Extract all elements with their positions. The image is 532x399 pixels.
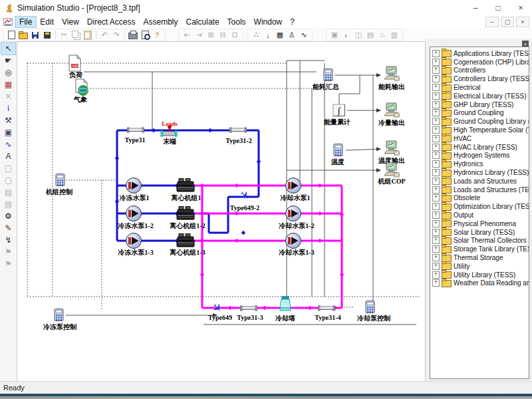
redo-button[interactable]: ↷ xyxy=(110,30,122,40)
settings-tool[interactable]: ⚙ xyxy=(1,210,15,222)
tree-item-solar-library-tess[interactable]: +Solar Library (TESS) xyxy=(432,228,529,237)
tree-item-applications-library-tess[interactable]: +Applications Library (TESS) xyxy=(432,49,529,58)
paste-button[interactable] xyxy=(82,30,94,40)
align-grid-button[interactable]: ⊡ xyxy=(229,30,241,40)
tree-item-hydronics[interactable]: +Hydronics xyxy=(432,160,529,168)
tree-item-physical-phenomena[interactable]: +Physical Phenomena xyxy=(432,219,529,228)
tree-item-high-temperature-solar-tess[interactable]: +High Temperature Solar (TESS) xyxy=(432,126,529,134)
signal-tool[interactable]: ∿ xyxy=(1,138,15,150)
tree-item-output[interactable]: +Output xyxy=(432,211,529,219)
tree-item-loads-and-structures-tess[interactable]: +Loads and Structures (TESS) xyxy=(432,186,529,194)
expand-icon[interactable]: + xyxy=(432,101,440,108)
lock-button[interactable]: ◫ xyxy=(352,30,364,40)
expand-icon[interactable]: + xyxy=(432,211,440,219)
tree-item-loads-and-structures[interactable]: +Loads and Structures xyxy=(432,177,529,186)
menu-window[interactable]: Window xyxy=(250,17,287,27)
mdi-minimize-button[interactable]: – xyxy=(485,17,499,27)
expand-icon[interactable]: + xyxy=(432,186,440,194)
maximize-button[interactable]: □ xyxy=(487,0,509,15)
menu-calculate[interactable]: Calculate xyxy=(182,17,223,27)
node-nenghao-shuchu[interactable] xyxy=(380,63,403,84)
expand-icon[interactable]: + xyxy=(432,220,440,227)
menu-?[interactable]: ? xyxy=(286,17,299,27)
expand-icon[interactable]: + xyxy=(432,84,440,91)
tree-item-weather-data-reading-and-process[interactable]: +Weather Data Reading and Process xyxy=(432,279,529,288)
tree-item-storage-tank-library-tess[interactable]: +Storage Tank Library (TESS) xyxy=(432,245,529,253)
select-tool[interactable]: ↖ xyxy=(1,43,15,55)
link-tool[interactable]: ⚒ xyxy=(1,114,15,126)
run-tool[interactable]: ↯ xyxy=(1,234,15,246)
tree-item-thermal-storage[interactable]: +Thermal Storage xyxy=(432,253,529,262)
expand-icon[interactable]: + xyxy=(432,50,440,57)
mdi-close-button[interactable]: × xyxy=(516,17,529,27)
project-canvas[interactable]: USER负荷 气象 Type31 末端 Type31-2 机组控制 冷冻水泵1 … xyxy=(17,41,426,383)
tree-item-controllers-library-tess[interactable]: +Controllers Library (TESS) xyxy=(432,74,529,83)
contrast-button[interactable]: ◐ xyxy=(340,30,352,40)
tree-item-solar-thermal-collectors[interactable]: +Solar Thermal Collectors xyxy=(432,237,529,245)
zoom-tool[interactable]: ◎ xyxy=(1,66,15,78)
shape-tool-2[interactable]: ▢ xyxy=(1,174,15,186)
node-type649-2[interactable]: ✈ xyxy=(233,185,255,206)
expand-icon[interactable]: + xyxy=(432,194,440,201)
menu-view[interactable]: View xyxy=(58,17,83,27)
layers-button[interactable]: ▤ xyxy=(364,30,376,40)
save-project-button[interactable] xyxy=(41,30,53,40)
text-tool[interactable]: A xyxy=(1,150,15,162)
print-button[interactable] xyxy=(127,30,139,40)
tree-item-cogeneration-chp-library-tess[interactable]: +Cogeneration (CHP) Library (TESS) xyxy=(432,58,529,66)
palette-tool[interactable]: ▦ xyxy=(1,78,15,90)
align-top-button[interactable]: ⊞ xyxy=(205,30,217,40)
save-button[interactable] xyxy=(29,30,41,40)
shape-tool-1[interactable]: ▢ xyxy=(1,162,15,174)
expand-icon[interactable]: + xyxy=(432,271,440,279)
expand-icon[interactable]: + xyxy=(432,144,440,151)
trace-button[interactable]: ♨ xyxy=(376,30,388,40)
tree-item-hvac[interactable]: +HVAC xyxy=(432,134,529,143)
help-button[interactable]: ? xyxy=(151,30,163,40)
expand-icon[interactable]: + xyxy=(432,92,440,100)
tree-item-optimization-library-tess[interactable]: +Optimization Library (TESS) xyxy=(432,202,529,211)
layer-tool-2[interactable]: ▤ xyxy=(1,198,15,210)
copy-button[interactable] xyxy=(70,30,82,40)
edit-tool[interactable]: ✎ xyxy=(1,222,15,234)
menu-edit[interactable]: Edit xyxy=(36,17,58,27)
menu-file[interactable]: File xyxy=(15,17,36,27)
expand-icon[interactable]: + xyxy=(432,169,440,176)
tree-item-ground-coupling-library-tess[interactable]: +Ground Coupling Library (TESS) xyxy=(432,117,529,126)
new-button[interactable] xyxy=(5,30,17,40)
tree-item-hydrogen-systems[interactable]: +Hydrogen Systems xyxy=(432,152,529,160)
expand-icon[interactable]: + xyxy=(432,203,440,210)
tree-item-electrical-library-tess[interactable]: +Electrical Library (TESS) xyxy=(432,92,529,100)
tree-item-hvac-library-tess[interactable]: +HVAC Library (TESS) xyxy=(432,143,529,152)
expand-icon[interactable]: + xyxy=(432,178,440,185)
expand-icon[interactable]: + xyxy=(432,263,440,270)
close-button[interactable]: × xyxy=(509,0,532,15)
flag-tool-1[interactable]: ⚑ xyxy=(1,246,15,258)
align-middle-button[interactable]: ⊟ xyxy=(217,30,229,40)
tree-item-hydronics-library-tess[interactable]: +Hydronics Library (TESS) xyxy=(432,168,529,177)
stamp-tool[interactable]: ▣ xyxy=(1,126,15,138)
expand-icon[interactable]: + xyxy=(432,109,440,116)
tree-item-controllers[interactable]: +Controllers xyxy=(432,66,529,75)
expand-icon[interactable]: + xyxy=(432,245,440,253)
menu-direct-access[interactable]: Direct Access xyxy=(83,17,140,27)
expand-icon[interactable]: + xyxy=(432,229,440,236)
menu-assembly[interactable]: Assembly xyxy=(140,17,182,27)
info-tool[interactable]: i xyxy=(1,102,15,114)
minimize-button[interactable]: – xyxy=(464,0,487,15)
tree-item-electrical[interactable]: +Electrical xyxy=(432,83,529,92)
align-vertical-button[interactable]: ⇥ xyxy=(193,30,205,40)
table-button[interactable]: ▦ xyxy=(274,30,286,40)
curve-button[interactable]: ∿ xyxy=(298,30,310,40)
print-preview-button[interactable] xyxy=(139,30,151,40)
layer-tool-1[interactable]: ▤ xyxy=(1,186,15,198)
rows-button[interactable]: ▥ xyxy=(388,30,400,40)
output-button[interactable]: ↓ xyxy=(262,30,274,40)
delete-tool[interactable]: ✕ xyxy=(1,90,15,102)
tree-item-obsolete[interactable]: +Obsolete xyxy=(432,194,529,203)
cut-button[interactable]: ✂ xyxy=(58,30,70,40)
expand-icon[interactable]: + xyxy=(432,254,440,261)
mdi-restore-button[interactable]: ▢ xyxy=(501,17,514,27)
tree-view-button[interactable]: ∴ xyxy=(250,30,262,40)
expand-icon[interactable]: + xyxy=(432,66,440,74)
